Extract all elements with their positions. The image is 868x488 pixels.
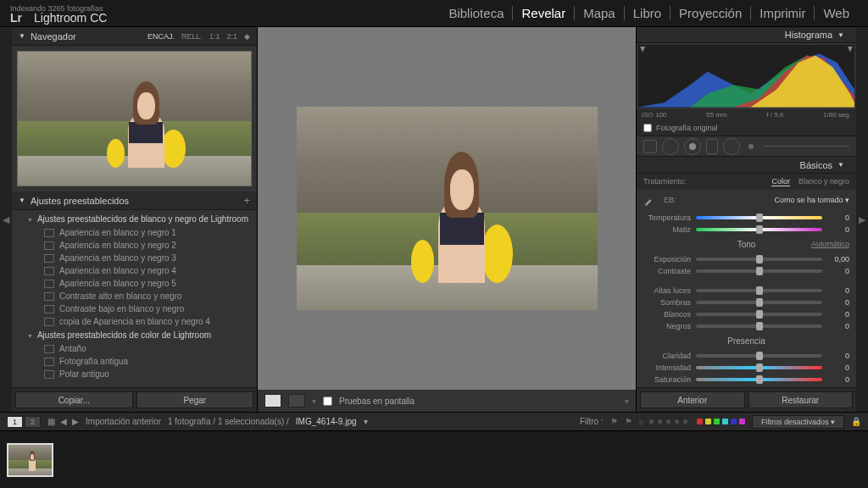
softproof-checkbox[interactable] — [323, 396, 332, 406]
original-checkbox[interactable] — [643, 124, 652, 132]
zoom-fit[interactable]: ENCAJ. — [147, 32, 175, 41]
tint-slider[interactable]: Matiz0 — [640, 224, 853, 236]
whites-slider[interactable]: Blancos0 — [640, 308, 853, 320]
filmstrip-toolbar: 1 2 ▦ ◀ ▶ Importación anterior 1 fotogra… — [0, 413, 868, 431]
chevron-down-icon[interactable]: ▾ — [625, 396, 629, 406]
module-mapa[interactable]: Mapa — [575, 6, 625, 20]
basics-title: Básicos — [800, 160, 833, 170]
preset-group[interactable]: Ajustes preestablecidos de color de Ligh… — [12, 328, 257, 342]
temperature-slider[interactable]: Temperatura0 — [640, 212, 853, 224]
navigator-preview[interactable] — [12, 46, 257, 191]
module-libro[interactable]: Libro — [625, 6, 670, 20]
clarity-slider[interactable]: Claridad0 — [640, 350, 853, 362]
navigator-header[interactable]: ▼ Navegador ENCAJ. RELL. 1:1 2:1 ◆ — [12, 27, 257, 46]
histogram-header[interactable]: Histograma ▼ — [637, 27, 856, 43]
grad-filter-icon[interactable] — [706, 139, 718, 154]
aperture-label: f / 5,6 — [766, 111, 783, 119]
preset-item[interactable]: Contraste alto en blanco y negro — [12, 290, 257, 302]
lock-icon[interactable]: 🔒 — [851, 417, 861, 426]
highlights-slider[interactable]: Altas luces0 — [640, 285, 853, 297]
filters-off-button[interactable]: Filtros desactivados ▾ — [752, 415, 844, 429]
paste-button[interactable]: Pegar — [136, 391, 254, 408]
preset-item[interactable]: copia de Apariencia en blanco y negro 4 — [12, 315, 257, 328]
preset-group[interactable]: Ajustes preestablecidos de blanco y negr… — [12, 212, 257, 226]
module-biblioteca[interactable]: Biblioteca — [440, 6, 513, 20]
redeye-tool-icon[interactable] — [684, 138, 701, 155]
module-web[interactable]: Web — [815, 6, 858, 20]
center-toolbar: ▾ Pruebas en pantalla ▾ — [258, 390, 636, 412]
filmstrip: 1 2 ▦ ◀ ▶ Importación anterior 1 fotogra… — [0, 412, 868, 488]
zoom-fill[interactable]: RELL. — [181, 32, 203, 41]
copy-button[interactable]: Copiar... — [15, 391, 133, 408]
treatment-color[interactable]: Color — [771, 177, 790, 186]
preset-item[interactable]: Antaño — [12, 342, 257, 355]
previous-button[interactable]: Anterior — [640, 391, 745, 408]
zoom-more-icon[interactable]: ◆ — [244, 32, 250, 41]
blacks-slider[interactable]: Negros0 — [640, 320, 853, 332]
color-filter[interactable] — [697, 419, 745, 424]
preset-item[interactable]: Apariencia en blanco y negro 4 — [12, 264, 257, 277]
basics-header[interactable]: Básicos ▼ — [637, 157, 856, 173]
back-icon[interactable]: ◀ — [60, 417, 67, 426]
import-source[interactable]: Importación anterior — [86, 417, 161, 426]
before-after-icon[interactable] — [288, 394, 305, 408]
vibrance-slider[interactable]: Intensidad0 — [640, 362, 853, 374]
contrast-slider[interactable]: Contraste0 — [640, 265, 853, 277]
module-revelar[interactable]: Revelar — [513, 6, 575, 20]
right-collapse-strip[interactable]: ▶ — [856, 27, 868, 412]
right-panel: Histograma ▼ ISO 100 55 mm f / 5,6 1/80 … — [636, 27, 856, 412]
svg-marker-3 — [751, 56, 854, 108]
module-proyeccion[interactable]: Proyección — [670, 6, 751, 20]
rating-filter[interactable]: ≥ ★★★★★ — [639, 417, 690, 426]
treatment-bw[interactable]: Blanco y negro — [798, 177, 849, 186]
presets-header[interactable]: ▼ Ajustes preestablecidos + — [12, 191, 257, 210]
flag-pick-icon[interactable]: ⚑ — [610, 417, 618, 426]
crop-tool-icon[interactable] — [643, 140, 657, 153]
preset-item[interactable]: Apariencia en blanco y negro 2 — [12, 239, 257, 252]
preset-item[interactable]: Contraste bajo en blanco y negro — [12, 302, 257, 315]
shadows-slider[interactable]: Sombras0 — [640, 297, 853, 308]
thumbnail[interactable] — [7, 443, 53, 477]
original-photo-row: Fotografía original — [637, 120, 856, 136]
preset-item[interactable]: Fotografía antigua — [12, 355, 257, 368]
loupe-view[interactable] — [258, 27, 636, 390]
preset-item[interactable]: Apariencia en blanco y negro 1 — [12, 226, 257, 239]
preset-item[interactable]: Polar antiguo — [12, 368, 257, 380]
presets-title: Ajustes preestablecidos — [31, 196, 129, 206]
navigator-zoom-opts: ENCAJ. RELL. 1:1 2:1 ◆ — [147, 32, 250, 41]
zoom-1-1[interactable]: 1:1 — [209, 32, 220, 41]
chevron-down-icon[interactable]: ▾ — [364, 417, 368, 426]
eyedropper-icon[interactable] — [643, 194, 655, 206]
monitor-2-tab[interactable]: 2 — [25, 416, 41, 428]
left-collapse-strip[interactable]: ◀ — [0, 27, 12, 412]
spot-tool-icon[interactable] — [662, 138, 679, 155]
preset-item[interactable]: Apariencia en blanco y negro 3 — [12, 252, 257, 264]
triangle-down-icon: ▼ — [19, 32, 25, 40]
wb-label: EB: — [664, 196, 676, 204]
exposure-slider[interactable]: Exposición0,00 — [640, 253, 853, 265]
saturation-slider[interactable]: Saturación0 — [640, 374, 853, 385]
selection-count: 1 fotografía / 1 seleccionada(s) / — [168, 417, 289, 426]
radial-filter-icon[interactable] — [723, 138, 740, 155]
preset-item[interactable]: Apariencia en blanco y negro 5 — [12, 277, 257, 290]
auto-tone-button[interactable]: Automático — [811, 240, 849, 248]
monitor-tabs: 1 2 — [7, 416, 41, 428]
chevron-down-icon[interactable]: ▾ — [312, 396, 316, 406]
forward-icon[interactable]: ▶ — [72, 417, 79, 426]
module-imprimir[interactable]: Imprimir — [751, 6, 815, 20]
monitor-1-tab[interactable]: 1 — [7, 416, 23, 428]
brush-tool-icon[interactable] — [748, 144, 754, 149]
histogram-graph[interactable] — [638, 45, 854, 107]
reset-button[interactable]: Restaurar — [748, 391, 854, 408]
add-preset-icon[interactable]: + — [243, 194, 250, 207]
top-bar: Indexando 3265 fotografías Lr Lightroom … — [0, 0, 868, 27]
loupe-view-icon[interactable] — [264, 394, 281, 408]
grid-icon[interactable]: ▦ — [47, 417, 55, 426]
flag-reject-icon[interactable]: ⚑ — [625, 417, 632, 426]
tone-section: TonoAutomático — [637, 237, 856, 252]
iso-label: ISO 100 — [642, 111, 666, 119]
histogram-meta: ISO 100 55 mm f / 5,6 1/80 seg. — [637, 109, 856, 120]
treatment-label: Tratamiento: — [643, 177, 686, 186]
wb-dropdown[interactable]: Como se ha tomado ▾ — [774, 196, 849, 204]
zoom-2-1[interactable]: 2:1 — [226, 32, 237, 41]
